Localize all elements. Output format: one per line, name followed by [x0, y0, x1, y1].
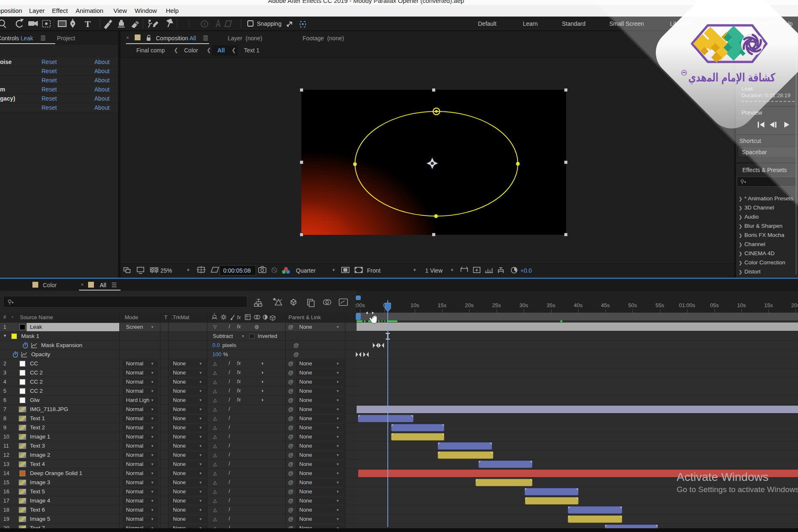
- svg-text:T: T: [85, 19, 91, 29]
- svg-text:fx: fx: [237, 315, 241, 320]
- svg-text:Snapping: Snapping: [257, 20, 281, 27]
